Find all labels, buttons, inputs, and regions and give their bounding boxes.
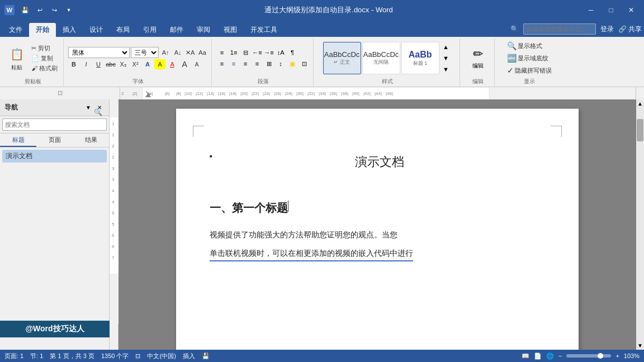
- tab-home[interactable]: 开始: [29, 23, 56, 37]
- customize-button[interactable]: ▼: [63, 4, 75, 16]
- document-page[interactable]: ■ 演示文档 一、第一个标题 视频提供了功能强大的方法帮助您证明您的观点。当您 …: [176, 109, 579, 350]
- login-link[interactable]: 登录: [600, 25, 614, 34]
- increase-indent-button[interactable]: →≡: [263, 47, 274, 58]
- view-read-button[interactable]: 📖: [522, 353, 529, 360]
- bullet-list-button[interactable]: ≡: [216, 47, 228, 58]
- tell-me-input[interactable]: [523, 23, 596, 35]
- show-format-button[interactable]: 🔍 显示格式: [505, 40, 554, 51]
- status-pages: 第 1 页，共 3 页: [50, 352, 94, 360]
- hide-spelling-button[interactable]: ✓ 隐藏拼写错误: [505, 65, 554, 76]
- nav-search-input[interactable]: [2, 118, 107, 131]
- clear-format-button[interactable]: ✕A: [184, 47, 196, 58]
- maximize-button[interactable]: □: [603, 3, 619, 17]
- styles-more[interactable]: ▼: [441, 64, 452, 74]
- zoom-slider[interactable]: [566, 354, 611, 358]
- share-button[interactable]: 🔗 共享: [618, 25, 642, 34]
- edit-button[interactable]: ✏ 编辑: [470, 46, 486, 71]
- copy-button[interactable]: 📄 复制: [29, 54, 60, 63]
- format-painter-button[interactable]: 🖌 格式刷: [29, 64, 60, 73]
- decrease-indent-button[interactable]: ←≡: [252, 47, 263, 58]
- tab-view[interactable]: 视图: [217, 23, 244, 37]
- line-spacing-button[interactable]: ↕: [275, 59, 286, 69]
- show-marks-button[interactable]: ¶: [287, 47, 298, 58]
- document-title[interactable]: 演示文档: [215, 154, 545, 170]
- clipboard-content: 📋 粘贴 ✂ 剪切 📄 复制 🖌 格式刷: [6, 39, 60, 77]
- svg-rect-29: [110, 101, 119, 117]
- nav-tab-headings[interactable]: 标题: [0, 134, 36, 147]
- font-color-button[interactable]: A: [167, 59, 178, 69]
- change-case-button[interactable]: Aa: [197, 47, 208, 58]
- show-field-shading-button[interactable]: 🔤 显示域底纹: [505, 53, 554, 64]
- tab-design[interactable]: 设计: [83, 23, 110, 37]
- align-right-button[interactable]: ≡: [240, 59, 251, 69]
- style-no-spacing[interactable]: AaBbCcDc 无间隔: [362, 42, 400, 74]
- text-effect-button[interactable]: A: [142, 59, 153, 69]
- justify-button[interactable]: ≡: [252, 59, 263, 69]
- style-normal[interactable]: AaBbCcDc ↵ 正文: [323, 42, 361, 74]
- cut-button[interactable]: ✂ 剪切: [29, 44, 60, 53]
- strikethrough-button[interactable]: abc: [105, 59, 116, 69]
- tab-mailing[interactable]: 邮件: [163, 23, 190, 37]
- shading-button[interactable]: ▣: [287, 59, 298, 69]
- sort-button[interactable]: ↕A: [275, 47, 286, 58]
- style-heading1[interactable]: AaBb 标题 1: [401, 42, 439, 74]
- font-size-a-button[interactable]: A: [191, 59, 202, 69]
- scroll-down-button[interactable]: ▼: [636, 341, 644, 350]
- style-normal-label: ↵ 正文: [334, 59, 350, 66]
- scroll-up-button[interactable]: ▲: [636, 99, 644, 108]
- body-text2[interactable]: 单击联机视频时，可以在相更添加的视频的嵌入代码中进行: [210, 246, 413, 261]
- underline-button[interactable]: U: [93, 59, 104, 69]
- svg-text:|38|: |38|: [341, 91, 348, 96]
- tab-file[interactable]: 文件: [2, 23, 29, 37]
- italic-button[interactable]: I: [80, 59, 92, 69]
- para-controls: ≡ 1≡ ⊟ ←≡ →≡ ↕A ¶ ≡ ≡ ≡ ≡ ⊞ ↕ ▣ ⊡: [216, 47, 310, 69]
- font-size-aa-button[interactable]: A: [179, 59, 190, 69]
- borders-button[interactable]: ⊡: [299, 59, 310, 69]
- heading1[interactable]: 一、第一个标题: [210, 201, 545, 216]
- minimize-button[interactable]: ─: [583, 3, 599, 17]
- document-area[interactable]: ■ 演示文档 一、第一个标题 视频提供了功能强大的方法帮助您证明您的观点。当您 …: [119, 99, 636, 350]
- subscript-button[interactable]: X₂: [117, 59, 129, 69]
- superscript-button[interactable]: X²: [130, 59, 141, 69]
- font-size-select[interactable]: 三号: [131, 47, 159, 58]
- zoom-level[interactable]: 103%: [624, 353, 640, 359]
- vertical-scrollbar[interactable]: ▲ ▼: [636, 99, 644, 350]
- tab-review[interactable]: 审阅: [190, 23, 217, 37]
- grow-font-button[interactable]: A↑: [160, 47, 171, 58]
- highlight-button[interactable]: A: [154, 59, 165, 69]
- body-text1[interactable]: 视频提供了功能强大的方法帮助您证明您的观点。当您: [210, 228, 545, 242]
- view-web-button[interactable]: 🌐: [546, 353, 554, 360]
- save-button[interactable]: 💾: [19, 4, 31, 16]
- tab-developer[interactable]: 开发工具: [244, 23, 284, 37]
- nav-tab-results[interactable]: 结果: [73, 134, 109, 147]
- font-family-select[interactable]: 黑体: [68, 47, 130, 58]
- close-button[interactable]: ✕: [623, 3, 640, 17]
- align-center-button[interactable]: ≡: [228, 59, 239, 69]
- shrink-font-button[interactable]: A↓: [172, 47, 183, 58]
- nav-tab-pages[interactable]: 页面: [36, 134, 73, 147]
- nav-menu-button[interactable]: ▼: [83, 103, 93, 113]
- column-button[interactable]: ⊞: [263, 59, 274, 69]
- tab-insert[interactable]: 插入: [56, 23, 83, 37]
- styles-scroll-up[interactable]: ▲: [441, 42, 452, 52]
- clipboard-group: 📋 粘贴 ✂ 剪切 📄 复制 🖌 格式刷 剪贴板: [2, 38, 64, 87]
- align-left-button[interactable]: ≡: [216, 59, 228, 69]
- svg-text:|2|: |2|: [132, 91, 138, 96]
- scroll-thumb[interactable]: [637, 119, 643, 141]
- quick-access-toolbar: 💾 ↩ ↪ ▼: [19, 4, 75, 16]
- zoom-in-button[interactable]: +: [615, 353, 619, 359]
- redo-button[interactable]: ↪: [48, 4, 60, 16]
- status-section: 节: 1: [30, 352, 43, 360]
- paste-button[interactable]: 📋 粘贴: [6, 44, 28, 72]
- undo-button[interactable]: ↩: [34, 4, 46, 16]
- bold-button[interactable]: B: [68, 59, 79, 69]
- view-print-button[interactable]: 📄: [534, 353, 542, 360]
- styles-scroll-down[interactable]: ▼: [441, 53, 452, 63]
- tab-references[interactable]: 引用: [136, 23, 163, 37]
- nav-heading-item[interactable]: 演示文档: [2, 150, 107, 163]
- tab-layout[interactable]: 布局: [110, 23, 136, 37]
- numbered-list-button[interactable]: 1≡: [228, 47, 239, 58]
- zoom-out-button[interactable]: −: [558, 353, 562, 359]
- svg-text:3: 3: [112, 166, 115, 171]
- multilevel-list-button[interactable]: ⊟: [240, 47, 251, 58]
